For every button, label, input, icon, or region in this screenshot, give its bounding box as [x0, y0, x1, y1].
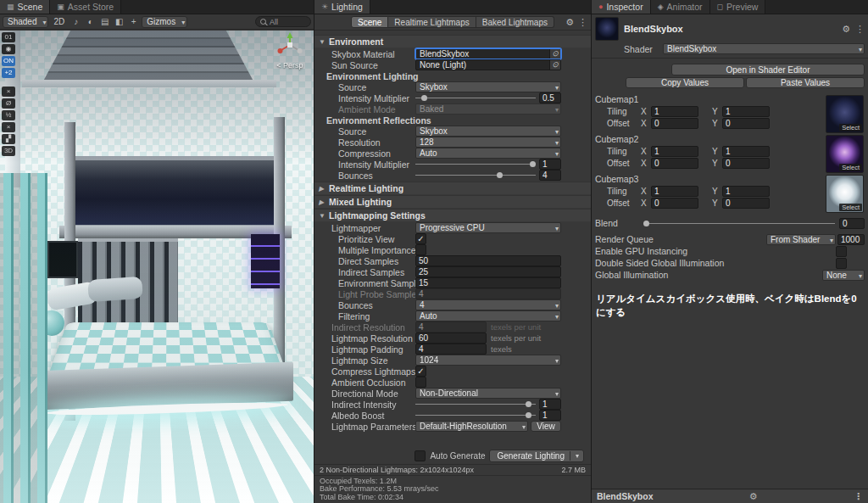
- scene-visibility-icon[interactable]: ▤: [98, 17, 111, 26]
- lightmap-parameters-dropdown[interactable]: Default-HighResolution▾: [415, 421, 528, 432]
- cubemap2-offset-x[interactable]: 0: [651, 158, 698, 169]
- overlay-badge[interactable]: ×: [2, 122, 15, 132]
- lightmap-resolution-field[interactable]: 60: [415, 333, 487, 344]
- tab-lighting[interactable]: ☀Lighting: [314, 0, 370, 14]
- refl-bounces-value[interactable]: 4: [539, 170, 561, 181]
- global-illumination-dropdown[interactable]: None▾: [822, 270, 865, 281]
- cubemap3-select-button[interactable]: Select: [839, 204, 862, 211]
- subtab-realtime-lightmaps[interactable]: Realtime Lightmaps: [388, 16, 476, 28]
- overlay-badge[interactable]: Ø: [2, 98, 15, 109]
- indirect-samples-field[interactable]: 25: [415, 266, 561, 277]
- cubemap1-offset-y[interactable]: 0: [722, 118, 770, 129]
- filtering-dropdown[interactable]: Auto▾: [415, 310, 561, 321]
- subtab-scene[interactable]: Scene: [351, 16, 388, 28]
- auto-generate-checkbox[interactable]: [415, 450, 426, 461]
- blend-value[interactable]: 0: [839, 218, 865, 229]
- cubemap2-tiling-y[interactable]: 1: [722, 146, 770, 157]
- copy-values-button[interactable]: Copy Values: [626, 77, 744, 88]
- tab-animator[interactable]: ◈Animator: [651, 0, 710, 14]
- section-realtime-lighting[interactable]: ▶Realtime Lighting: [314, 182, 591, 194]
- material-thumbnail[interactable]: [595, 17, 619, 41]
- effects-toggle-icon[interactable]: ◐: [84, 17, 97, 26]
- refl-bounces-slider[interactable]: [415, 170, 536, 181]
- refl-source-dropdown[interactable]: Skybox▾: [415, 126, 561, 137]
- lightmap-padding-field[interactable]: 4: [415, 344, 487, 355]
- ambient-occlusion-checkbox[interactable]: [415, 377, 426, 388]
- gear-icon[interactable]: ⚙: [565, 17, 574, 28]
- eye-icon[interactable]: ◉: [2, 44, 15, 54]
- open-shader-editor-button[interactable]: Open in Shader Editor: [671, 64, 865, 75]
- cubemap3-offset-y[interactable]: 0: [722, 198, 770, 209]
- double-sided-gi-checkbox[interactable]: [836, 258, 847, 269]
- cubemap3-offset-x[interactable]: 0: [651, 198, 698, 209]
- lm-bounces-dropdown[interactable]: 4▾: [415, 299, 561, 310]
- camera-settings-icon[interactable]: ◧: [113, 17, 125, 26]
- overlay-badge[interactable]: ×: [2, 87, 15, 97]
- albedo-boost-slider[interactable]: [415, 410, 536, 421]
- generate-lighting-button[interactable]: Generate Lighting▾: [489, 450, 584, 462]
- overlay-badge[interactable]: ▞: [2, 134, 15, 144]
- refl-intensity-slider[interactable]: [415, 159, 536, 170]
- overlay-on-toggle[interactable]: ON: [2, 56, 15, 66]
- gpu-instancing-checkbox[interactable]: [836, 246, 847, 257]
- cubemap1-offset-x[interactable]: 0: [651, 118, 698, 129]
- direct-samples-field[interactable]: 50: [415, 255, 561, 266]
- shader-dropdown[interactable]: BlendSkybox▾: [663, 43, 865, 54]
- compression-dropdown[interactable]: Auto▾: [415, 148, 561, 159]
- cubemap3-tiling-x[interactable]: 1: [651, 186, 698, 197]
- lightmap-size-dropdown[interactable]: 1024▾: [415, 355, 561, 366]
- render-queue-value[interactable]: 1000: [837, 234, 865, 245]
- tab-scene[interactable]: ▦Scene: [0, 0, 50, 14]
- cubemap2-tiling-x[interactable]: 1: [651, 146, 698, 157]
- env-intensity-slider[interactable]: [415, 92, 536, 103]
- environment-samples-field[interactable]: 15: [415, 277, 561, 288]
- component-tools-icon[interactable]: +: [127, 17, 140, 26]
- material-preview-bar[interactable]: BlendSkybox ⚙ ⋮: [592, 489, 868, 503]
- perspective-label[interactable]: < Persp: [271, 61, 309, 70]
- cubemap2-preview[interactable]: Select: [826, 135, 864, 173]
- gear-icon[interactable]: ⚙: [842, 24, 850, 35]
- overlay-badge[interactable]: 3D: [2, 146, 15, 156]
- gear-icon[interactable]: ⚙: [749, 491, 758, 502]
- indirect-intensity-slider[interactable]: [415, 399, 536, 410]
- scene-search-input[interactable]: All: [255, 16, 311, 27]
- cubemap1-tiling-y[interactable]: 1: [722, 106, 770, 117]
- lightmapper-dropdown[interactable]: Progressive CPU▾: [415, 222, 561, 233]
- mis-checkbox[interactable]: [415, 244, 426, 255]
- section-environment[interactable]: ▼Environment: [314, 35, 591, 48]
- tab-preview[interactable]: ◻Preview: [710, 0, 766, 14]
- compress-lightmaps-checkbox[interactable]: ✓: [415, 366, 426, 377]
- scene-3d-view[interactable]: 01 ◉ ON +2 × Ø ½ × ▞ 3D: [0, 31, 314, 503]
- prioritize-view-checkbox[interactable]: ✓: [415, 233, 426, 244]
- shading-mode-dropdown[interactable]: Shaded▾: [3, 16, 48, 28]
- env-intensity-value[interactable]: 0.5: [539, 92, 561, 103]
- object-picker-icon[interactable]: ⊙: [549, 60, 560, 70]
- section-lightmapping-settings[interactable]: ▼Lightmapping Settings: [314, 209, 591, 221]
- cubemap1-select-button[interactable]: Select: [839, 124, 862, 131]
- cubemap1-tiling-x[interactable]: 1: [651, 106, 698, 117]
- cubemap2-offset-y[interactable]: 0: [722, 158, 770, 169]
- paste-values-button[interactable]: Paste Values: [746, 77, 865, 88]
- menu-icon[interactable]: ⋮: [855, 24, 865, 35]
- overlay-badge[interactable]: ½: [2, 110, 15, 120]
- hand-tool-badge[interactable]: +2: [2, 68, 15, 78]
- env-source-dropdown[interactable]: Skybox▾: [415, 81, 561, 92]
- audio-toggle-icon[interactable]: ♪: [70, 17, 82, 26]
- view-button[interactable]: View: [531, 421, 561, 432]
- sun-source-field[interactable]: None (Light)⊙: [415, 59, 561, 70]
- tab-asset-store[interactable]: ▣Asset Store: [50, 0, 121, 14]
- cubemap3-tiling-y[interactable]: 1: [722, 186, 770, 197]
- cubemap2-select-button[interactable]: Select: [839, 164, 862, 171]
- object-picker-icon[interactable]: ⊙: [549, 49, 560, 59]
- subtab-baked-lightmaps[interactable]: Baked Lightmaps: [476, 16, 554, 28]
- gizmos-dropdown[interactable]: Gizmos▾: [142, 16, 187, 28]
- menu-icon[interactable]: ⋮: [854, 491, 863, 502]
- toggle-2d-button[interactable]: 2D: [50, 16, 68, 28]
- directional-mode-dropdown[interactable]: Non-Directional▾: [415, 388, 561, 399]
- skybox-material-field[interactable]: BlendSkybox⊙: [415, 48, 561, 59]
- section-mixed-lighting[interactable]: ▶Mixed Lighting: [314, 195, 591, 208]
- overlay-badge[interactable]: 01: [2, 32, 15, 42]
- tab-inspector[interactable]: ●Inspector: [592, 0, 651, 14]
- menu-icon[interactable]: ⋮: [578, 17, 587, 28]
- cubemap3-preview[interactable]: Select: [826, 175, 864, 213]
